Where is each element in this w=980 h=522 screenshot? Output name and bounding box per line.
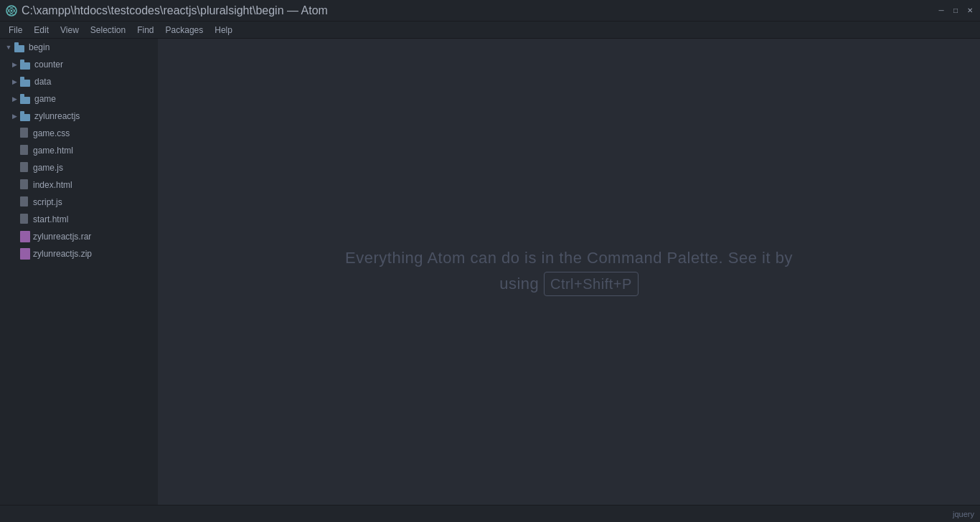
sidebar-item-label-zylunreactjs-rar: zylunreactjs.rar (33, 232, 91, 242)
sidebar-item-game[interactable]: game (0, 90, 158, 108)
maximize-button[interactable]: □ (951, 6, 960, 15)
menu-item-find[interactable]: Find (131, 24, 159, 37)
menu-bar: FileEditViewSelectionFindPackagesHelp (0, 22, 980, 39)
welcome-line2: using (499, 275, 539, 293)
minimize-button[interactable]: ─ (937, 6, 946, 15)
file-icon-game-html (20, 145, 30, 156)
sidebar-item-game-html[interactable]: game.html (0, 142, 158, 159)
folder-icon-data (20, 77, 32, 87)
sidebar-item-game-css[interactable]: game.css (0, 125, 158, 142)
folder-icon-game (20, 94, 32, 104)
sidebar-item-label-zylunreactjs-zip: zylunreactjs.zip (33, 249, 92, 259)
folder-icon-begin (14, 42, 26, 52)
file-icon-start-html (20, 214, 30, 225)
sidebar-item-label-game-css: game.css (33, 128, 70, 138)
sidebar-item-label-counter: counter (34, 60, 63, 70)
expand-arrow-game (9, 93, 20, 105)
welcome-message: Everything Atom can do is in the Command… (345, 247, 793, 297)
close-button[interactable]: ✕ (966, 6, 974, 15)
menu-item-view[interactable]: View (55, 24, 85, 37)
sidebar-item-label-start-html: start.html (33, 214, 68, 224)
sidebar-item-game-js[interactable]: game.js (0, 159, 158, 176)
sidebar-item-zylunreactjs-zip[interactable]: zylunreactjs.zip (0, 245, 158, 262)
svg-point-3 (11, 9, 13, 11)
sidebar-item-script-js[interactable]: script.js (0, 194, 158, 211)
file-icon-script-js (20, 196, 30, 208)
welcome-text: Everything Atom can do is in the Command… (345, 247, 793, 297)
sidebar-item-label-game-js: game.js (33, 163, 63, 173)
expand-arrow-data (9, 76, 20, 87)
editor-area: Everything Atom can do is in the Command… (158, 39, 980, 505)
file-icon-game-js (20, 162, 30, 174)
archive-icon-rar (20, 231, 30, 242)
sidebar-item-label-zylunreactjs: zylunreactjs (34, 111, 80, 121)
title-bar: C:\xampp\htdocs\testcodes\reactjs\plural… (0, 0, 980, 22)
title-bar-left: C:\xampp\htdocs\testcodes\reactjs\plural… (6, 4, 328, 17)
welcome-line1: Everything Atom can do is in the Command… (345, 249, 793, 267)
file-icon-index-html (20, 179, 30, 191)
status-plugin-label: jquery (953, 510, 974, 518)
sidebar-item-zylunreactjs[interactable]: zylunreactjs (0, 108, 158, 125)
sidebar-item-data[interactable]: data (0, 73, 158, 90)
folder-icon-zylunreactjs (20, 111, 32, 121)
menu-item-file[interactable]: File (3, 24, 28, 37)
main-layout: begin counter data (0, 39, 980, 505)
sidebar-item-label-game-html: game.html (33, 146, 73, 156)
sidebar-item-index-html[interactable]: index.html (0, 176, 158, 194)
file-tree-sidebar[interactable]: begin counter data (0, 39, 158, 505)
sidebar-item-label-begin: begin (29, 42, 50, 52)
sidebar-item-start-html[interactable]: start.html (0, 211, 158, 228)
window-controls: ─ □ ✕ (937, 6, 974, 15)
sidebar-item-begin[interactable]: begin (0, 39, 158, 56)
folder-icon-counter (20, 60, 32, 70)
sidebar-item-label-game: game (34, 94, 56, 104)
sidebar-item-label-script-js: script.js (33, 197, 62, 207)
sidebar-item-zylunreactjs-rar[interactable]: zylunreactjs.rar (0, 228, 158, 245)
file-icon-game-css (20, 128, 30, 139)
sidebar-item-label-data: data (34, 77, 51, 87)
menu-item-help[interactable]: Help (209, 24, 238, 37)
atom-icon (6, 5, 17, 16)
window-title: C:\xampp\htdocs\testcodes\reactjs\plural… (22, 4, 328, 17)
archive-icon-zip (20, 248, 30, 260)
sidebar-item-counter[interactable]: counter (0, 56, 158, 73)
sidebar-item-label-index-html: index.html (33, 180, 72, 190)
menu-item-packages[interactable]: Packages (160, 24, 209, 37)
status-bar: jquery (0, 505, 980, 522)
menu-item-edit[interactable]: Edit (28, 24, 55, 37)
expand-arrow-zylunreactjs (9, 110, 20, 122)
expand-arrow-counter (9, 59, 20, 70)
shortcut-key: Ctrl+Shift+P (544, 272, 639, 296)
expand-arrow-begin (3, 42, 14, 53)
menu-item-selection[interactable]: Selection (85, 24, 131, 37)
